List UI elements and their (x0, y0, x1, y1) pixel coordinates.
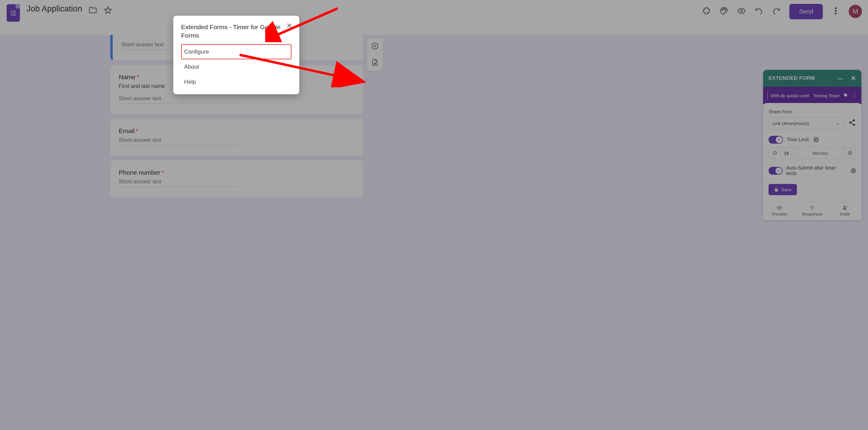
menu-item-configure[interactable]: Configure (181, 44, 291, 59)
menu-item-about[interactable]: About (181, 59, 291, 74)
modal-title: Extended Forms - Timer for Google Forms (181, 23, 291, 40)
addon-menu-modal: Extended Forms - Timer for Google Forms … (173, 16, 299, 94)
modal-close-button[interactable] (286, 22, 293, 30)
modal-scrim[interactable] (0, 0, 868, 430)
menu-item-help[interactable]: Help (181, 74, 291, 90)
